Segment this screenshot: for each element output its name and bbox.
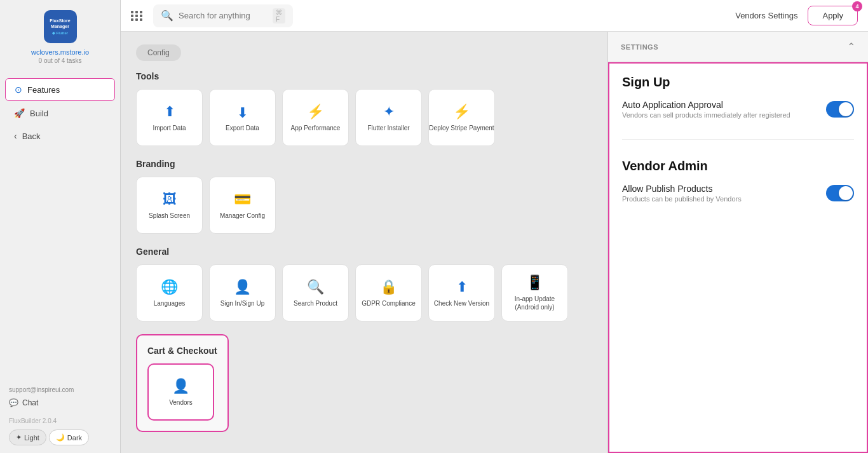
tool-sign-in-sign-up[interactable]: 👤 Sign In/Sign Up — [209, 264, 276, 321]
signup-title: Sign Up — [622, 75, 854, 90]
app-logo: FluxStore Manager ◆ Flutter — [44, 10, 77, 43]
features-icon: ⊙ — [15, 85, 22, 95]
search-input[interactable] — [179, 11, 268, 20]
flutter-installer-icon: ✦ — [383, 104, 395, 120]
sidebar-item-label-back: Back — [22, 132, 41, 141]
search-product-label: Search Product — [294, 299, 337, 308]
search-product-icon: 🔍 — [307, 279, 324, 295]
sidebar-version: FluxBuilder 2.0.4 — [9, 417, 111, 424]
tools-section-title: Tools — [136, 71, 592, 81]
back-icon: ‹ — [14, 131, 17, 141]
tab-config[interactable]: Config — [136, 44, 181, 61]
tool-import-data[interactable]: ⬆ Import Data — [136, 89, 203, 146]
sidebar-item-build[interactable]: 🚀 Build — [5, 102, 115, 124]
tool-deploy-stripe[interactable]: ⚡ Deploy Stripe Payment — [428, 89, 495, 146]
logo-title: FluxStore — [50, 18, 70, 24]
apply-button[interactable]: Apply 4 — [808, 6, 858, 25]
apply-badge: 4 — [852, 1, 862, 11]
search-bar[interactable]: 🔍 ⌘ F — [153, 4, 293, 27]
tool-search-product[interactable]: 🔍 Search Product — [282, 264, 349, 321]
content-area: Config Tools ⬆ Import Data ⬆ Export Data… — [121, 32, 868, 453]
tool-app-performance[interactable]: ⚡ App Performance — [282, 89, 349, 146]
settings-divider — [622, 139, 854, 140]
auto-approval-toggle[interactable] — [826, 101, 854, 118]
tools-grid: ⬆ Import Data ⬆ Export Data ⚡ App Perfor… — [136, 89, 592, 146]
sidebar-item-label-features: Features — [27, 85, 60, 95]
sidebar-website[interactable]: wclovers.mstore.io — [31, 48, 89, 56]
sidebar-tasks: 0 out of 4 tasks — [39, 57, 82, 64]
chat-icon: 💬 — [9, 398, 18, 407]
tool-gdpr[interactable]: 🔒 GDPR Compliance — [355, 264, 422, 321]
sidebar-item-label-build: Build — [30, 109, 48, 118]
deploy-stripe-icon: ⚡ — [453, 104, 470, 120]
settings-header: SETTINGS ⌃ — [608, 32, 868, 62]
tool-export-data[interactable]: ⬆ Export Data — [209, 89, 276, 146]
tab-row: Config — [136, 44, 592, 61]
settings-section-signup: Sign Up Auto Application Approval Vendor… — [609, 64, 867, 137]
light-theme-button[interactable]: ✦ Light — [9, 429, 46, 445]
tool-languages[interactable]: 🌐 Languages — [136, 264, 203, 321]
sidebar-item-features[interactable]: ⊙ Features — [5, 78, 115, 101]
tool-flutter-installer[interactable]: ✦ Flutter Installer — [355, 89, 422, 146]
manager-config-icon: 💳 — [234, 191, 251, 208]
languages-icon: 🌐 — [161, 279, 178, 295]
cart-checkout-grid: 👤 Vendors — [147, 363, 217, 421]
in-app-update-icon: 📱 — [526, 274, 543, 291]
logo-flutter: ◆ Flutter — [52, 30, 68, 35]
gdpr-icon: 🔒 — [380, 279, 397, 295]
sidebar-bottom: support@inspireui.com 💬 Chat FluxBuilder… — [0, 379, 120, 453]
export-data-label: Export Data — [226, 124, 259, 132]
languages-label: Languages — [154, 299, 186, 308]
sign-in-icon: 👤 — [234, 279, 251, 295]
light-label: Light — [24, 434, 39, 442]
manager-config-label: Manager Config — [220, 212, 265, 220]
collapse-icon[interactable]: ⌃ — [847, 41, 855, 53]
splash-screen-label: Splash Screen — [149, 212, 190, 220]
branding-section-title: Branding — [136, 159, 592, 169]
settings-content: Sign Up Auto Application Approval Vendor… — [608, 62, 868, 453]
dark-label: Dark — [67, 434, 82, 442]
sidebar-item-back[interactable]: ‹ Back — [5, 125, 115, 147]
auto-approval-desc: Vendors can sell products immediately af… — [622, 111, 818, 119]
tool-in-app-update[interactable]: 📱 In-app Update (Android only) — [501, 264, 568, 321]
app-performance-icon: ⚡ — [307, 104, 324, 120]
cart-checkout-section: Cart & Checkout 👤 Vendors — [136, 334, 229, 432]
sidebar-nav: ⊙ Features 🚀 Build ‹ Back — [0, 77, 120, 379]
import-data-icon: ⬆ — [164, 104, 175, 120]
sidebar-logo: FluxStore Manager ◆ Flutter wclovers.mst… — [0, 0, 120, 69]
settings-row-allow-publish: Allow Publish Products Products can be p… — [622, 184, 854, 203]
sidebar-chat-item[interactable]: 💬 Chat — [9, 398, 111, 407]
gdpr-label: GDPR Compliance — [362, 299, 415, 308]
grid-menu-icon[interactable] — [131, 11, 143, 21]
vendors-label: Vendors — [169, 398, 193, 407]
deploy-stripe-label: Deploy Stripe Payment — [429, 124, 494, 132]
general-section-title: General — [136, 247, 592, 257]
logo-title2: Manager — [51, 24, 69, 29]
tool-vendors[interactable]: 👤 Vendors — [147, 363, 214, 421]
moon-icon: 🌙 — [56, 433, 65, 442]
allow-publish-toggle[interactable] — [826, 185, 854, 201]
theme-buttons: ✦ Light 🌙 Dark — [9, 429, 111, 445]
build-icon: 🚀 — [14, 108, 25, 118]
settings-header-label: SETTINGS — [621, 43, 658, 51]
allow-publish-desc: Products can be published by Vendors — [622, 195, 818, 203]
general-grid: 🌐 Languages 👤 Sign In/Sign Up 🔍 Search P… — [136, 264, 592, 321]
check-version-icon: ⬆ — [456, 279, 468, 295]
tool-manager-config[interactable]: 💳 Manager Config — [209, 177, 276, 234]
features-panel: Config Tools ⬆ Import Data ⬆ Export Data… — [121, 32, 607, 453]
vendor-admin-title: Vendor Admin — [622, 159, 854, 173]
settings-panel: SETTINGS ⌃ Sign Up Auto Application Appr… — [607, 32, 868, 453]
main-area: 🔍 ⌘ F Vendors Settings Apply 4 Config To… — [121, 0, 868, 453]
tool-check-version[interactable]: ⬆ Check New Version — [428, 264, 495, 321]
import-data-label: Import Data — [153, 124, 186, 132]
cart-checkout-title: Cart & Checkout — [147, 346, 217, 356]
export-data-icon: ⬆ — [237, 104, 248, 120]
settings-section-vendor-admin: Vendor Admin Allow Publish Products Prod… — [609, 147, 867, 220]
dark-theme-button[interactable]: 🌙 Dark — [49, 429, 89, 445]
search-icon: 🔍 — [161, 10, 173, 22]
sidebar: FluxStore Manager ◆ Flutter wclovers.mst… — [0, 0, 121, 453]
chat-label: Chat — [22, 398, 38, 407]
sidebar-support: support@inspireui.com — [9, 386, 111, 393]
check-version-label: Check New Version — [434, 299, 489, 308]
tool-splash-screen[interactable]: 🖼 Splash Screen — [136, 177, 203, 234]
